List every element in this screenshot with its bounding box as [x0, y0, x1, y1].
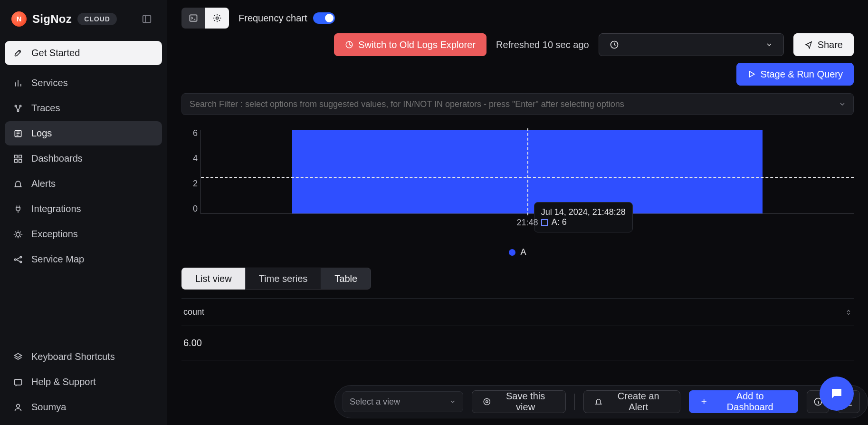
- stage-run-button[interactable]: Stage & Run Query: [736, 63, 854, 86]
- results-table: count 6.00: [181, 298, 854, 360]
- chart-tooltip: Jul 14, 2024, 21:48:28 A: 6: [534, 202, 633, 232]
- button-label: Share: [818, 39, 843, 50]
- plug-icon: [12, 204, 24, 214]
- svg-rect-5: [15, 155, 18, 158]
- nav-label: Soumya: [31, 402, 66, 413]
- table-header[interactable]: count: [181, 299, 854, 326]
- frequency-toggle[interactable]: [313, 12, 335, 24]
- rocket-icon: [12, 48, 24, 58]
- grid-icon: [12, 154, 24, 164]
- mode-terminal-button[interactable]: [181, 8, 205, 29]
- svg-point-9: [16, 232, 20, 236]
- nav-label: Services: [31, 77, 68, 88]
- user-icon: [12, 403, 24, 412]
- search-input[interactable]: [181, 93, 854, 115]
- nav-help[interactable]: Help & Support: [5, 370, 162, 394]
- button-label: Create an Alert: [608, 391, 669, 413]
- collapse-sidebar-icon[interactable]: [138, 10, 155, 28]
- svg-point-10: [15, 259, 16, 260]
- tab-table[interactable]: Table: [321, 268, 371, 290]
- nav-integrations[interactable]: Integrations: [5, 197, 162, 221]
- svg-rect-8: [19, 159, 22, 162]
- sort-icon[interactable]: [845, 308, 852, 317]
- tier-badge: CLOUD: [77, 13, 117, 25]
- select-view-dropdown[interactable]: Select a view: [343, 391, 463, 412]
- logo-icon: N: [11, 11, 27, 27]
- refreshed-label: Refreshed 10 sec ago: [496, 39, 589, 50]
- tooltip-date: Jul 14, 2024, 21:48:28: [541, 207, 626, 217]
- svg-point-11: [20, 256, 21, 258]
- legend-label: A: [520, 247, 526, 257]
- nav-service-map[interactable]: Service Map: [5, 247, 162, 271]
- select-view-placeholder: Select a view: [350, 397, 400, 407]
- nav-traces[interactable]: Traces: [5, 96, 162, 120]
- bug-icon: [12, 230, 24, 239]
- cell-value: 6.00: [183, 338, 202, 348]
- svg-point-19: [484, 398, 490, 405]
- nav-label: Logs: [31, 128, 52, 139]
- button-label: Switch to Old Logs Explorer: [358, 39, 476, 50]
- nav-get-started[interactable]: Get Started: [5, 41, 162, 65]
- button-label: Stage & Run Query: [761, 69, 843, 80]
- search-filter[interactable]: [181, 93, 854, 115]
- svg-rect-13: [15, 379, 22, 385]
- save-view-button[interactable]: Save this view: [472, 390, 566, 413]
- chevron-down-icon: [765, 41, 773, 48]
- y-axis: 6 4 2 0: [181, 128, 198, 214]
- svg-rect-0: [143, 16, 151, 23]
- nav-alerts[interactable]: Alerts: [5, 172, 162, 196]
- y-tick: 6: [193, 128, 198, 138]
- y-tick: 4: [193, 154, 198, 164]
- button-label: Add to Dashboard: [713, 391, 787, 413]
- editor-mode-toggle: [181, 8, 229, 29]
- action-bar: Select a view Save this view Create an A…: [334, 385, 868, 418]
- clock-icon: [610, 40, 619, 49]
- tab-label: List view: [195, 273, 232, 284]
- nav: Get Started Services Traces Logs: [0, 41, 167, 271]
- time-range-select[interactable]: [599, 33, 784, 56]
- frequency-chart: 6 4 2 0 Jul 14, 2024, 21:48:28 A: 6 21:4…: [167, 124, 868, 257]
- x-tick: 21:48: [516, 218, 538, 228]
- add-to-dashboard-button[interactable]: Add to Dashboard: [689, 390, 799, 413]
- svg-point-1: [15, 105, 16, 106]
- create-alert-button[interactable]: Create an Alert: [583, 390, 680, 413]
- bell-icon: [12, 179, 24, 189]
- nav-dashboards[interactable]: Dashboards: [5, 146, 162, 171]
- tooltip-swatch: [541, 219, 548, 226]
- logs-icon: [12, 129, 24, 138]
- y-tick: 2: [193, 179, 198, 189]
- crosshair-vertical: [527, 128, 528, 215]
- nav-label: Traces: [31, 103, 60, 114]
- nav-shortcuts[interactable]: Keyboard Shortcuts: [5, 345, 162, 369]
- tab-list-view[interactable]: List view: [181, 268, 245, 290]
- svg-point-14: [17, 404, 20, 407]
- switch-old-explorer-button[interactable]: Switch to Old Logs Explorer: [334, 33, 486, 56]
- nav-label: Alerts: [31, 178, 56, 189]
- tab-time-series[interactable]: Time series: [245, 268, 321, 290]
- plot-area[interactable]: Jul 14, 2024, 21:48:28 A: 6 21:48: [200, 130, 854, 214]
- chat-fab[interactable]: [820, 377, 854, 411]
- bars-icon: [12, 78, 24, 88]
- toolbar: Switch to Old Logs Explorer Refreshed 10…: [167, 33, 868, 63]
- svg-rect-6: [19, 155, 22, 158]
- nav-services[interactable]: Services: [5, 71, 162, 95]
- th-count: count: [183, 307, 204, 317]
- nav-label: Integrations: [31, 203, 81, 214]
- svg-point-16: [216, 17, 219, 19]
- svg-point-2: [19, 105, 21, 106]
- button-label: Save this view: [496, 391, 555, 413]
- mode-builder-button[interactable]: [205, 8, 229, 29]
- nav-label: Help & Support: [31, 377, 96, 387]
- view-tabs: List view Time series Table: [181, 268, 854, 290]
- share-button[interactable]: Share: [793, 33, 854, 56]
- nav-label: Keyboard Shortcuts: [31, 351, 115, 362]
- nav-exceptions[interactable]: Exceptions: [5, 222, 162, 246]
- nav-account[interactable]: Soumya: [5, 395, 162, 419]
- y-tick: 0: [193, 204, 198, 214]
- svg-point-12: [20, 261, 21, 262]
- legend-swatch: [509, 249, 515, 256]
- network-icon: [12, 104, 24, 113]
- tab-label: Time series: [259, 273, 308, 284]
- nav-logs[interactable]: Logs: [5, 121, 162, 145]
- separator: [574, 394, 575, 410]
